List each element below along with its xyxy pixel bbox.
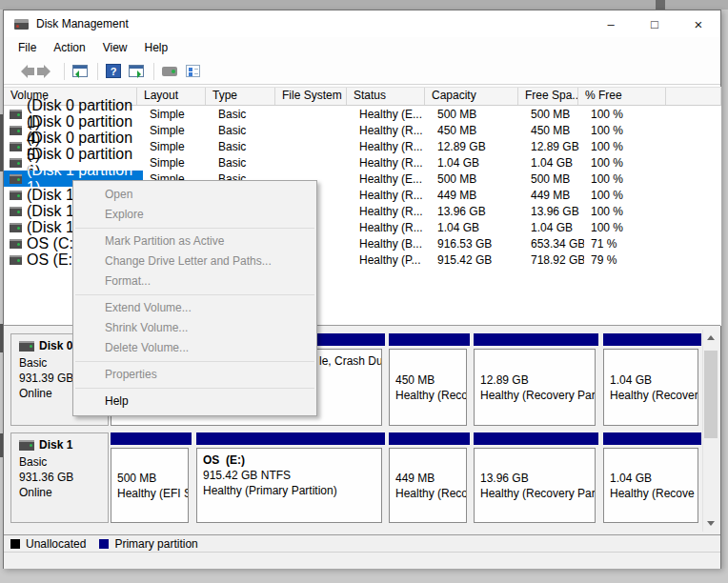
disk-drive-icon <box>19 341 34 352</box>
help-button[interactable]: ? <box>103 62 124 81</box>
background-strip <box>0 0 728 10</box>
menu-file[interactable]: File <box>10 39 45 56</box>
toolbar-separator <box>153 63 154 80</box>
partition-block[interactable]: 500 MBHealthy (EFI Sy <box>111 432 192 523</box>
pct-free-cell: 100 % <box>584 205 672 218</box>
toolbar-separator <box>64 63 65 80</box>
partition-block[interactable]: 12.89 GBHealthy (Recovery Parti <box>474 333 598 426</box>
context-menu-item-help[interactable]: Help <box>73 392 316 412</box>
vertical-scrollbar[interactable] <box>702 330 718 532</box>
context-menu-separator <box>75 228 314 229</box>
partition-color-band <box>196 432 385 445</box>
layout-cell: Simple <box>143 108 212 121</box>
column-header-Status[interactable]: Status <box>347 88 425 105</box>
partition-label: 13.96 GBHealthy (Recovery Parti <box>474 448 596 523</box>
pct-free-cell: 100 % <box>584 172 672 186</box>
partition-color-band <box>474 333 598 346</box>
free-space-cell: 449 MB <box>524 189 584 202</box>
partition-block[interactable]: 449 MBHealthy (Reco <box>389 432 470 523</box>
partition-block[interactable]: OS (E:)915.42 GB NTFSHealthy (Primary Pa… <box>196 432 385 523</box>
legend-label: Primary partition <box>114 537 197 551</box>
pct-free-cell: 100 % <box>584 156 672 170</box>
partition-label-line: 1.04 GB <box>610 372 698 388</box>
capacity-cell: 1.04 GB <box>431 221 524 234</box>
volume-name: OS (E:) <box>27 251 77 269</box>
pct-free-cell: 100 % <box>584 124 672 137</box>
maximize-button[interactable]: □ <box>633 10 677 37</box>
disk-kind: Basic <box>19 454 108 470</box>
partition-label-line: 449 MB <box>395 471 466 486</box>
partition-label: 500 MBHealthy (EFI Sy <box>111 448 189 523</box>
column-header-blank[interactable] <box>666 88 721 105</box>
context-menu-item-delete-volume[interactable]: Delete Volume... <box>73 338 316 358</box>
action-checklist-button[interactable] <box>182 62 203 81</box>
column-header-Type[interactable]: Type <box>206 88 275 105</box>
free-space-cell: 12.89 GB <box>524 140 584 153</box>
capacity-cell: 500 MB <box>431 172 524 186</box>
context-menu-item-format[interactable]: Format... <box>73 271 316 292</box>
column-header-Free Spa...[interactable]: Free Spa... <box>518 88 578 105</box>
menu-help[interactable]: Help <box>136 39 177 56</box>
layout-cell: Simple <box>143 124 212 137</box>
free-space-cell: 1.04 GB <box>524 221 584 234</box>
context-menu-item-extend-volume[interactable]: Extend Volume... <box>73 298 316 318</box>
popup-window-button[interactable] <box>159 62 180 81</box>
partition-color-band <box>389 432 470 445</box>
scrollbar-thumb[interactable] <box>704 351 718 438</box>
menu-view[interactable]: View <box>94 39 136 56</box>
disk-size: 931.36 GB <box>19 470 108 485</box>
partition-label-line: 1.04 GB <box>610 471 698 486</box>
partition-label-line: Healthy (EFI Sy <box>117 486 188 501</box>
partition-block[interactable]: 1.04 GBHealthy (Recover <box>603 333 701 426</box>
context-menu-item-open[interactable]: Open <box>73 185 316 205</box>
partition-block[interactable]: 13.96 GBHealthy (Recovery Parti <box>474 432 598 523</box>
column-header-Capacity[interactable]: Capacity <box>425 88 518 105</box>
forward-arrow-button[interactable] <box>36 62 57 81</box>
scroll-down-button[interactable] <box>703 516 718 532</box>
pct-free-cell: 100 % <box>584 140 672 153</box>
partition-label-line: Healthy (Reco <box>395 486 466 501</box>
partition-block[interactable]: 1.04 GBHealthy (Recove <box>603 432 701 523</box>
layout-cell: Simple <box>143 156 212 170</box>
partition-color-band <box>389 333 470 346</box>
context-menu-item-properties[interactable]: Properties <box>73 365 316 385</box>
free-space-cell: 500 MB <box>524 172 584 186</box>
volume-icon <box>10 110 22 119</box>
menu-action[interactable]: Action <box>45 39 93 56</box>
pct-free-cell: 79 % <box>584 253 672 267</box>
volume-icon <box>10 174 22 184</box>
partition-label-line: OS (E:) <box>203 452 381 468</box>
minimize-button[interactable]: – <box>589 10 633 37</box>
disk-name: Disk 0 <box>39 339 72 352</box>
context-menu-item-shrink-volume[interactable]: Shrink Volume... <box>73 318 316 338</box>
action-checklist-icon <box>186 65 200 77</box>
console-window-icon <box>129 65 144 77</box>
context-menu-item-change-drive-letter-and-paths[interactable]: Change Drive Letter and Paths... <box>73 251 316 271</box>
partition-block[interactable]: 450 MBHealthy (Reco <box>389 333 470 426</box>
status-bar <box>4 552 720 569</box>
disk-name: Disk 1 <box>39 438 72 452</box>
disk-header-panel[interactable]: Disk 1Basic931.36 GBOnline <box>10 432 109 523</box>
scroll-up-button[interactable] <box>703 330 718 345</box>
console-window-right-button[interactable] <box>126 62 147 81</box>
context-menu-item-explore[interactable]: Explore <box>73 205 316 225</box>
partition-label: 1.04 GBHealthy (Recove <box>603 448 698 523</box>
volume-icon <box>10 126 22 135</box>
partition-label-line: Healthy (Recovery Parti <box>480 388 595 403</box>
context-menu-item-mark-partition-as-active[interactable]: Mark Partition as Active <box>73 231 316 251</box>
column-header-File System[interactable]: File System <box>275 88 347 105</box>
legend-swatch <box>99 539 109 549</box>
close-button[interactable]: × <box>677 10 720 37</box>
back-arrow-button[interactable] <box>13 62 34 81</box>
type-cell: Basic <box>212 108 281 121</box>
column-header-Layout[interactable]: Layout <box>137 88 206 105</box>
legend-label: Unallocated <box>26 537 86 551</box>
free-space-cell: 13.96 GB <box>524 205 584 218</box>
pct-free-cell: 100 % <box>584 189 672 202</box>
volume-name: OS (C:) <box>27 235 78 252</box>
partition-label-line: 450 MB <box>395 372 466 388</box>
console-window-left-button[interactable] <box>70 62 91 81</box>
free-space-cell: 1.04 GB <box>524 156 584 170</box>
column-header-% Free[interactable]: % Free <box>578 88 666 105</box>
partition-label-line: 500 MB <box>117 471 188 486</box>
